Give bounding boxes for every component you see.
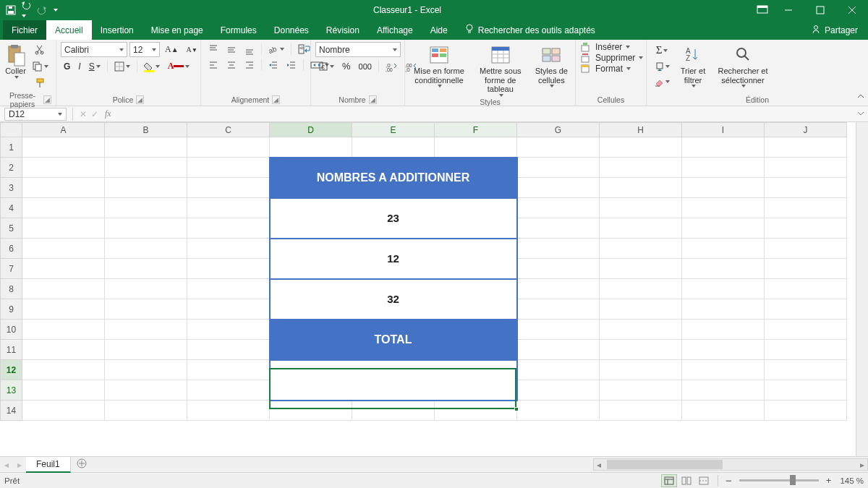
col-D[interactable]: D <box>270 123 352 137</box>
row-8[interactable]: 8 <box>1 279 22 299</box>
fill-icon[interactable] <box>651 59 673 74</box>
increase-indent-icon[interactable] <box>284 58 299 72</box>
sort-filter-button[interactable]: AZ Trier et filtrer <box>675 42 711 87</box>
table-title-cell[interactable]: NOMBRES A ADDITIONNER <box>270 158 517 198</box>
clipboard-dialog-launcher[interactable]: ◢ <box>43 95 51 104</box>
copy-button[interactable] <box>29 59 51 74</box>
view-page-break-icon[interactable] <box>696 474 712 487</box>
align-top-icon[interactable] <box>205 42 221 56</box>
cut-button[interactable] <box>29 42 51 57</box>
borders-button[interactable] <box>111 59 133 74</box>
percent-icon[interactable]: % <box>339 59 354 74</box>
col-I[interactable]: I <box>682 123 765 137</box>
total-value-cell[interactable] <box>270 360 517 401</box>
alignment-dialog-launcher[interactable]: ◢ <box>272 95 280 104</box>
orientation-icon[interactable]: ab <box>265 42 287 56</box>
align-right-icon[interactable] <box>242 58 258 72</box>
format-cells-button[interactable]: Format <box>580 64 631 74</box>
col-G[interactable]: G <box>517 123 600 137</box>
tab-file[interactable]: Fichier <box>3 20 46 40</box>
tab-help[interactable]: Aide <box>422 20 456 40</box>
align-left-icon[interactable] <box>205 58 221 72</box>
zoom-out-button[interactable]: − <box>724 474 733 487</box>
row-14[interactable]: 14 <box>1 401 22 421</box>
cancel-formula-icon[interactable]: ✕ <box>77 109 89 119</box>
font-size-combo[interactable]: 12 <box>129 42 160 57</box>
undo-icon[interactable] <box>20 0 32 20</box>
col-B[interactable]: B <box>105 123 187 137</box>
font-dialog-launcher[interactable]: ◢ <box>136 95 144 104</box>
save-icon[interactable] <box>6 5 16 15</box>
value-2-cell[interactable]: 12 <box>270 239 517 279</box>
zoom-level[interactable]: 145 % <box>840 476 864 485</box>
insert-cells-button[interactable]: Insérer <box>580 42 630 52</box>
column-headers[interactable]: A B C D E F G H I J <box>1 123 847 137</box>
tab-insert[interactable]: Insertion <box>92 20 142 40</box>
add-sheet-button[interactable] <box>71 458 93 471</box>
tab-review[interactable]: Révision <box>318 20 368 40</box>
decrease-indent-icon[interactable] <box>265 58 281 72</box>
number-format-combo[interactable]: Nombre <box>315 42 401 57</box>
delete-cells-button[interactable]: Supprimer <box>580 53 643 63</box>
find-select-button[interactable]: Rechercher et sélectionner <box>713 42 773 87</box>
vertical-scrollbar[interactable] <box>856 122 868 456</box>
spreadsheet-grid[interactable]: A B C D E F G H I J 1 2 NOMBRES A ADDITI… <box>0 122 868 456</box>
accounting-format-icon[interactable]: € <box>315 59 337 74</box>
expand-formula-bar-icon[interactable] <box>854 109 868 119</box>
row-9[interactable]: 9 <box>1 299 22 320</box>
fill-color-button[interactable] <box>141 59 163 74</box>
tab-formulas[interactable]: Formules <box>212 20 265 40</box>
value-1-cell[interactable]: 23 <box>270 198 517 239</box>
autosum-icon[interactable]: Σ <box>651 42 673 59</box>
share-button[interactable]: Partager <box>801 25 868 36</box>
value-3-cell[interactable]: 32 <box>270 279 517 320</box>
italic-button[interactable]: I <box>75 59 83 74</box>
align-bottom-icon[interactable] <box>242 42 258 56</box>
collapse-ribbon-icon[interactable] <box>856 92 865 103</box>
ribbon-display-options-icon[interactable] <box>757 5 768 16</box>
tab-home[interactable]: Accueil <box>46 20 92 40</box>
maximize-button[interactable] <box>804 0 836 20</box>
row-12[interactable]: 12 <box>1 360 22 380</box>
tab-data[interactable]: Données <box>265 20 318 40</box>
paste-button[interactable]: Coller <box>4 42 27 79</box>
formula-input[interactable] <box>116 108 854 121</box>
col-J[interactable]: J <box>765 123 847 137</box>
number-dialog-launcher[interactable]: ◢ <box>369 95 377 104</box>
underline-button[interactable]: S <box>86 59 103 74</box>
minimize-button[interactable] <box>773 0 804 20</box>
close-button[interactable] <box>836 0 868 20</box>
sheet-nav-last-icon[interactable]: ▸ <box>13 460 26 470</box>
total-label-cell[interactable]: TOTAL <box>270 320 517 360</box>
row-4[interactable]: 4 <box>1 198 22 218</box>
row-6[interactable]: 6 <box>1 239 22 259</box>
font-color-button[interactable]: A <box>165 59 193 74</box>
row-5[interactable]: 5 <box>1 218 22 239</box>
decrease-font-icon[interactable]: A▼ <box>184 43 200 56</box>
col-F[interactable]: F <box>435 123 517 137</box>
comma-style-icon[interactable]: 000 <box>356 60 375 73</box>
horizontal-scrollbar[interactable]: ◂▸ <box>593 458 868 471</box>
row-1[interactable]: 1 <box>1 137 22 158</box>
view-page-layout-icon[interactable] <box>678 474 694 487</box>
increase-decimal-icon[interactable]: ,0,00 <box>383 59 400 74</box>
row-10[interactable]: 10 <box>1 320 22 340</box>
row-13[interactable]: 13 <box>1 380 22 401</box>
zoom-in-button[interactable]: + <box>825 475 833 486</box>
clear-icon[interactable] <box>651 74 673 89</box>
font-name-combo[interactable]: Calibri <box>61 42 127 57</box>
conditional-formatting-button[interactable]: Mise en forme conditionnelle <box>409 42 469 97</box>
sheet-tab-1[interactable]: Feuil1 <box>26 457 71 473</box>
row-3[interactable]: 3 <box>1 178 22 198</box>
tab-layout[interactable]: Mise en page <box>142 20 212 40</box>
format-painter-button[interactable] <box>29 75 51 90</box>
sheet-nav-first-icon[interactable]: ◂ <box>0 460 13 470</box>
col-C[interactable]: C <box>187 123 270 137</box>
cell-styles-button[interactable]: Styles de cellules <box>532 42 571 97</box>
tab-view[interactable]: Affichage <box>368 20 422 40</box>
row-11[interactable]: 11 <box>1 340 22 360</box>
enter-formula-icon[interactable]: ✓ <box>89 109 101 119</box>
fx-icon[interactable]: fx <box>101 108 116 119</box>
col-E[interactable]: E <box>352 123 435 137</box>
row-7[interactable]: 7 <box>1 259 22 279</box>
